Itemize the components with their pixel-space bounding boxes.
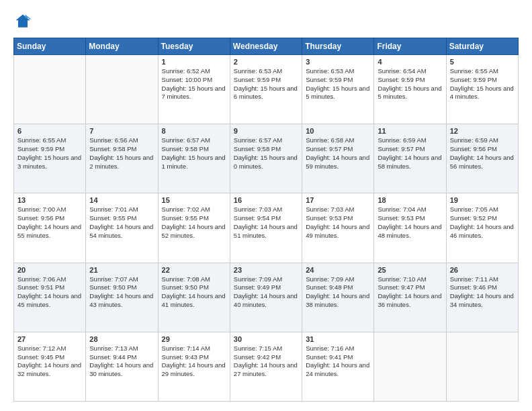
day-number: 18	[378, 196, 442, 204]
calendar-cell: 8Sunrise: 6:57 AM Sunset: 9:58 PM Daylig…	[158, 124, 230, 193]
week-row-5: 27Sunrise: 7:12 AM Sunset: 9:45 PM Dayli…	[14, 332, 519, 401]
week-row-3: 13Sunrise: 7:00 AM Sunset: 9:56 PM Dayli…	[14, 193, 519, 263]
calendar-cell: 29Sunrise: 7:14 AM Sunset: 9:43 PM Dayli…	[158, 332, 230, 401]
calendar-cell: 17Sunrise: 7:03 AM Sunset: 9:53 PM Dayli…	[302, 193, 374, 263]
page: SundayMondayTuesdayWednesdayThursdayFrid…	[0, 0, 532, 411]
calendar-cell: 1Sunrise: 6:52 AM Sunset: 10:00 PM Dayli…	[158, 55, 230, 124]
cell-info: Sunrise: 7:06 AM Sunset: 9:51 PM Dayligh…	[17, 275, 82, 310]
day-number: 2	[234, 58, 298, 66]
calendar-cell: 28Sunrise: 7:13 AM Sunset: 9:44 PM Dayli…	[86, 332, 158, 401]
cell-info: Sunrise: 7:03 AM Sunset: 9:53 PM Dayligh…	[306, 205, 370, 240]
week-row-1: 1Sunrise: 6:52 AM Sunset: 10:00 PM Dayli…	[14, 55, 519, 124]
day-number: 7	[89, 127, 154, 135]
calendar-cell: 27Sunrise: 7:12 AM Sunset: 9:45 PM Dayli…	[14, 332, 86, 401]
cell-info: Sunrise: 7:04 AM Sunset: 9:53 PM Dayligh…	[378, 205, 442, 240]
calendar-cell	[14, 55, 86, 124]
calendar-cell: 13Sunrise: 7:00 AM Sunset: 9:56 PM Dayli…	[14, 193, 86, 263]
day-number: 29	[162, 335, 226, 343]
calendar-cell: 16Sunrise: 7:03 AM Sunset: 9:54 PM Dayli…	[230, 193, 302, 263]
cell-info: Sunrise: 7:13 AM Sunset: 9:44 PM Dayligh…	[89, 345, 154, 379]
day-number: 16	[234, 196, 298, 204]
calendar-cell: 22Sunrise: 7:08 AM Sunset: 9:50 PM Dayli…	[158, 263, 230, 332]
calendar-cell: 20Sunrise: 7:06 AM Sunset: 9:51 PM Dayli…	[14, 263, 86, 332]
calendar-cell: 5Sunrise: 6:55 AM Sunset: 9:59 PM Daylig…	[446, 55, 518, 124]
cell-info: Sunrise: 7:14 AM Sunset: 9:43 PM Dayligh…	[162, 345, 226, 379]
day-number: 11	[378, 127, 442, 135]
calendar-cell: 23Sunrise: 7:09 AM Sunset: 9:49 PM Dayli…	[230, 263, 302, 332]
col-header-monday: Monday	[86, 38, 158, 55]
week-row-2: 6Sunrise: 6:55 AM Sunset: 9:59 PM Daylig…	[14, 124, 519, 193]
calendar-cell: 11Sunrise: 6:59 AM Sunset: 9:57 PM Dayli…	[374, 124, 446, 193]
day-number: 20	[17, 266, 82, 274]
day-number: 10	[306, 127, 370, 135]
cell-info: Sunrise: 6:59 AM Sunset: 9:56 PM Dayligh…	[450, 136, 515, 171]
calendar-cell: 26Sunrise: 7:11 AM Sunset: 9:46 PM Dayli…	[446, 263, 518, 332]
day-number: 26	[450, 266, 515, 274]
cell-info: Sunrise: 7:08 AM Sunset: 9:50 PM Dayligh…	[162, 275, 226, 310]
cell-info: Sunrise: 7:02 AM Sunset: 9:55 PM Dayligh…	[162, 205, 226, 240]
calendar-table: SundayMondayTuesdayWednesdayThursdayFrid…	[13, 38, 519, 402]
cell-info: Sunrise: 7:03 AM Sunset: 9:54 PM Dayligh…	[234, 205, 298, 240]
calendar-cell	[446, 332, 518, 401]
calendar-cell: 7Sunrise: 6:56 AM Sunset: 9:58 PM Daylig…	[86, 124, 158, 193]
calendar-cell: 19Sunrise: 7:05 AM Sunset: 9:52 PM Dayli…	[446, 193, 518, 263]
day-number: 31	[306, 335, 370, 343]
calendar-cell: 24Sunrise: 7:09 AM Sunset: 9:48 PM Dayli…	[302, 263, 374, 332]
cell-info: Sunrise: 6:53 AM Sunset: 9:59 PM Dayligh…	[234, 67, 298, 101]
day-number: 1	[162, 58, 226, 66]
day-number: 5	[450, 58, 515, 66]
cell-info: Sunrise: 6:57 AM Sunset: 9:58 PM Dayligh…	[234, 136, 298, 171]
calendar-cell: 15Sunrise: 7:02 AM Sunset: 9:55 PM Dayli…	[158, 193, 230, 263]
logo-icon	[13, 12, 32, 31]
cell-info: Sunrise: 6:59 AM Sunset: 9:57 PM Dayligh…	[378, 136, 442, 171]
day-number: 30	[234, 335, 298, 343]
calendar-cell: 30Sunrise: 7:15 AM Sunset: 9:42 PM Dayli…	[230, 332, 302, 401]
cell-info: Sunrise: 6:53 AM Sunset: 9:59 PM Dayligh…	[306, 67, 370, 101]
header-row: SundayMondayTuesdayWednesdayThursdayFrid…	[14, 38, 519, 55]
week-row-4: 20Sunrise: 7:06 AM Sunset: 9:51 PM Dayli…	[14, 263, 519, 332]
cell-info: Sunrise: 7:00 AM Sunset: 9:56 PM Dayligh…	[17, 205, 82, 240]
calendar-cell: 4Sunrise: 6:54 AM Sunset: 9:59 PM Daylig…	[374, 55, 446, 124]
col-header-friday: Friday	[374, 38, 446, 55]
day-number: 27	[17, 335, 82, 343]
col-header-thursday: Thursday	[302, 38, 374, 55]
cell-info: Sunrise: 7:10 AM Sunset: 9:47 PM Dayligh…	[378, 275, 442, 310]
day-number: 12	[450, 127, 515, 135]
day-number: 23	[234, 266, 298, 274]
col-header-tuesday: Tuesday	[158, 38, 230, 55]
cell-info: Sunrise: 6:57 AM Sunset: 9:58 PM Dayligh…	[162, 136, 226, 171]
cell-info: Sunrise: 7:09 AM Sunset: 9:48 PM Dayligh…	[306, 275, 370, 310]
day-number: 9	[234, 127, 298, 135]
day-number: 13	[17, 196, 82, 204]
calendar-cell: 25Sunrise: 7:10 AM Sunset: 9:47 PM Dayli…	[374, 263, 446, 332]
cell-info: Sunrise: 6:54 AM Sunset: 9:59 PM Dayligh…	[378, 67, 442, 101]
day-number: 14	[89, 196, 154, 204]
cell-info: Sunrise: 6:55 AM Sunset: 9:59 PM Dayligh…	[450, 67, 515, 101]
cell-info: Sunrise: 7:12 AM Sunset: 9:45 PM Dayligh…	[17, 345, 82, 379]
cell-info: Sunrise: 6:55 AM Sunset: 9:59 PM Dayligh…	[17, 136, 82, 171]
calendar-cell: 14Sunrise: 7:01 AM Sunset: 9:55 PM Dayli…	[86, 193, 158, 263]
day-number: 6	[17, 127, 82, 135]
calendar-cell: 9Sunrise: 6:57 AM Sunset: 9:58 PM Daylig…	[230, 124, 302, 193]
calendar-cell: 10Sunrise: 6:58 AM Sunset: 9:57 PM Dayli…	[302, 124, 374, 193]
calendar-cell	[86, 55, 158, 124]
calendar-cell: 18Sunrise: 7:04 AM Sunset: 9:53 PM Dayli…	[374, 193, 446, 263]
cell-info: Sunrise: 7:09 AM Sunset: 9:49 PM Dayligh…	[234, 275, 298, 310]
day-number: 21	[89, 266, 154, 274]
calendar-cell: 6Sunrise: 6:55 AM Sunset: 9:59 PM Daylig…	[14, 124, 86, 193]
day-number: 24	[306, 266, 370, 274]
day-number: 4	[378, 58, 442, 66]
col-header-wednesday: Wednesday	[230, 38, 302, 55]
day-number: 8	[162, 127, 226, 135]
calendar-cell: 2Sunrise: 6:53 AM Sunset: 9:59 PM Daylig…	[230, 55, 302, 124]
day-number: 17	[306, 196, 370, 204]
cell-info: Sunrise: 7:16 AM Sunset: 9:41 PM Dayligh…	[306, 345, 370, 379]
cell-info: Sunrise: 7:11 AM Sunset: 9:46 PM Dayligh…	[450, 275, 515, 310]
calendar-cell: 21Sunrise: 7:07 AM Sunset: 9:50 PM Dayli…	[86, 263, 158, 332]
logo	[13, 12, 35, 31]
day-number: 25	[378, 266, 442, 274]
day-number: 3	[306, 58, 370, 66]
day-number: 19	[450, 196, 515, 204]
cell-info: Sunrise: 7:01 AM Sunset: 9:55 PM Dayligh…	[89, 205, 154, 240]
calendar-cell: 31Sunrise: 7:16 AM Sunset: 9:41 PM Dayli…	[302, 332, 374, 401]
